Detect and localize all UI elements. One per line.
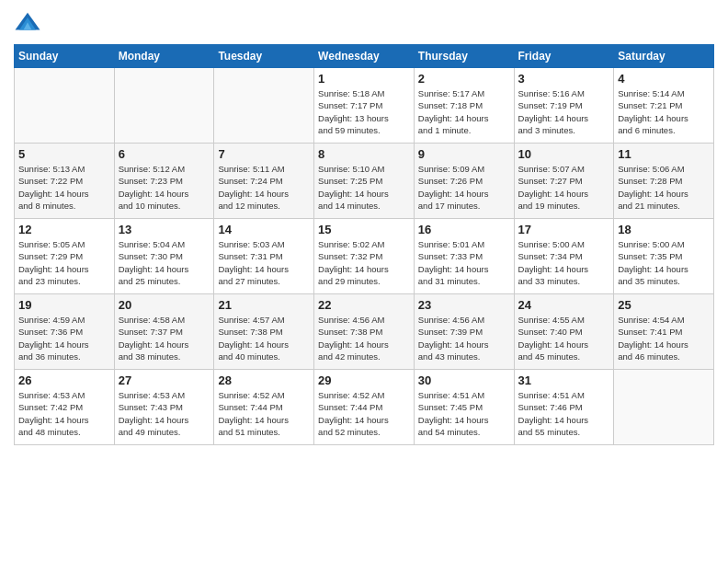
day-number: 23 xyxy=(418,298,510,312)
calendar-cell: 26Sunrise: 4:53 AMSunset: 7:42 PMDayligh… xyxy=(15,370,115,445)
day-number: 1 xyxy=(318,72,410,86)
calendar-cell: 27Sunrise: 4:53 AMSunset: 7:43 PMDayligh… xyxy=(114,370,214,445)
day-number: 5 xyxy=(18,147,110,161)
day-info: Sunrise: 4:52 AMSunset: 7:44 PMDaylight:… xyxy=(218,389,310,438)
day-number: 3 xyxy=(518,72,610,86)
day-number: 24 xyxy=(518,298,610,312)
calendar-cell: 3Sunrise: 5:16 AMSunset: 7:19 PMDaylight… xyxy=(514,68,614,144)
day-number: 27 xyxy=(119,373,210,387)
calendar-week-1: 1Sunrise: 5:18 AMSunset: 7:17 PMDaylight… xyxy=(15,68,714,144)
day-number: 7 xyxy=(218,147,310,161)
calendar-cell: 12Sunrise: 5:05 AMSunset: 7:29 PMDayligh… xyxy=(15,219,115,294)
page: SundayMondayTuesdayWednesdayThursdayFrid… xyxy=(0,0,728,563)
day-info: Sunrise: 4:57 AMSunset: 7:38 PMDaylight:… xyxy=(218,314,310,362)
day-info: Sunrise: 5:03 AMSunset: 7:31 PMDaylight:… xyxy=(218,238,310,287)
day-info: Sunrise: 5:12 AMSunset: 7:23 PMDaylight:… xyxy=(119,163,210,212)
day-number: 12 xyxy=(18,223,110,236)
day-number: 31 xyxy=(518,373,610,387)
day-info: Sunrise: 5:17 AMSunset: 7:18 PMDaylight:… xyxy=(418,87,510,136)
calendar-cell xyxy=(114,68,214,144)
day-number: 18 xyxy=(618,223,710,236)
calendar-header: SundayMondayTuesdayWednesdayThursdayFrid… xyxy=(15,45,714,68)
day-info: Sunrise: 4:56 AMSunset: 7:38 PMDaylight:… xyxy=(318,314,410,362)
day-number: 9 xyxy=(418,147,510,161)
weekday-header-tuesday: Tuesday xyxy=(214,45,314,68)
calendar-cell xyxy=(214,68,314,144)
day-info: Sunrise: 4:59 AMSunset: 7:36 PMDaylight:… xyxy=(18,314,110,362)
logo-icon xyxy=(14,9,41,37)
calendar-cell: 21Sunrise: 4:57 AMSunset: 7:38 PMDayligh… xyxy=(214,294,314,370)
day-number: 22 xyxy=(318,298,410,312)
day-number: 4 xyxy=(618,72,710,86)
weekday-header-monday: Monday xyxy=(114,45,214,68)
day-info: Sunrise: 5:06 AMSunset: 7:28 PMDaylight:… xyxy=(618,163,710,212)
day-number: 2 xyxy=(418,72,510,86)
day-number: 11 xyxy=(618,147,710,161)
calendar-cell: 4Sunrise: 5:14 AMSunset: 7:21 PMDaylight… xyxy=(614,68,714,144)
day-info: Sunrise: 4:56 AMSunset: 7:39 PMDaylight:… xyxy=(418,314,510,362)
day-info: Sunrise: 4:54 AMSunset: 7:41 PMDaylight:… xyxy=(618,314,710,362)
day-number: 8 xyxy=(318,147,410,161)
calendar-cell: 22Sunrise: 4:56 AMSunset: 7:38 PMDayligh… xyxy=(314,294,415,370)
day-info: Sunrise: 4:55 AMSunset: 7:40 PMDaylight:… xyxy=(518,314,610,362)
day-info: Sunrise: 5:10 AMSunset: 7:25 PMDaylight:… xyxy=(318,163,410,212)
calendar-cell: 19Sunrise: 4:59 AMSunset: 7:36 PMDayligh… xyxy=(15,294,115,370)
calendar-cell xyxy=(15,68,115,144)
calendar-table: SundayMondayTuesdayWednesdayThursdayFrid… xyxy=(14,44,714,445)
calendar-week-3: 12Sunrise: 5:05 AMSunset: 7:29 PMDayligh… xyxy=(15,219,714,294)
calendar-cell: 31Sunrise: 4:51 AMSunset: 7:46 PMDayligh… xyxy=(514,370,614,445)
day-number: 6 xyxy=(119,147,210,161)
weekday-header-thursday: Thursday xyxy=(414,45,514,68)
calendar-cell: 11Sunrise: 5:06 AMSunset: 7:28 PMDayligh… xyxy=(614,144,714,219)
day-info: Sunrise: 5:02 AMSunset: 7:32 PMDaylight:… xyxy=(318,238,410,287)
day-number: 17 xyxy=(518,223,610,236)
day-info: Sunrise: 5:18 AMSunset: 7:17 PMDaylight:… xyxy=(318,87,410,136)
weekday-row: SundayMondayTuesdayWednesdayThursdayFrid… xyxy=(15,45,714,68)
day-info: Sunrise: 5:11 AMSunset: 7:24 PMDaylight:… xyxy=(218,163,310,212)
calendar-cell: 17Sunrise: 5:00 AMSunset: 7:34 PMDayligh… xyxy=(514,219,614,294)
calendar-cell: 20Sunrise: 4:58 AMSunset: 7:37 PMDayligh… xyxy=(114,294,214,370)
day-number: 19 xyxy=(18,298,110,312)
calendar-cell: 5Sunrise: 5:13 AMSunset: 7:22 PMDaylight… xyxy=(15,144,115,219)
day-info: Sunrise: 5:09 AMSunset: 7:26 PMDaylight:… xyxy=(418,163,510,212)
weekday-header-saturday: Saturday xyxy=(614,45,714,68)
calendar-cell: 10Sunrise: 5:07 AMSunset: 7:27 PMDayligh… xyxy=(514,144,614,219)
day-info: Sunrise: 5:13 AMSunset: 7:22 PMDaylight:… xyxy=(18,163,110,212)
calendar-cell: 2Sunrise: 5:17 AMSunset: 7:18 PMDaylight… xyxy=(414,68,514,144)
day-number: 21 xyxy=(218,298,310,312)
logo xyxy=(14,9,45,37)
day-number: 16 xyxy=(418,223,510,236)
calendar-body: 1Sunrise: 5:18 AMSunset: 7:17 PMDaylight… xyxy=(15,68,714,445)
weekday-header-wednesday: Wednesday xyxy=(314,45,415,68)
calendar-cell: 1Sunrise: 5:18 AMSunset: 7:17 PMDaylight… xyxy=(314,68,415,144)
header xyxy=(14,9,714,37)
calendar-cell: 9Sunrise: 5:09 AMSunset: 7:26 PMDaylight… xyxy=(414,144,514,219)
day-info: Sunrise: 4:52 AMSunset: 7:44 PMDaylight:… xyxy=(318,389,410,438)
weekday-header-sunday: Sunday xyxy=(15,45,115,68)
day-number: 10 xyxy=(518,147,610,161)
day-number: 20 xyxy=(119,298,210,312)
weekday-header-friday: Friday xyxy=(514,45,614,68)
day-number: 26 xyxy=(18,373,110,387)
day-info: Sunrise: 5:05 AMSunset: 7:29 PMDaylight:… xyxy=(18,238,110,287)
calendar-cell: 13Sunrise: 5:04 AMSunset: 7:30 PMDayligh… xyxy=(114,219,214,294)
calendar-week-2: 5Sunrise: 5:13 AMSunset: 7:22 PMDaylight… xyxy=(15,144,714,219)
calendar-week-5: 26Sunrise: 4:53 AMSunset: 7:42 PMDayligh… xyxy=(15,370,714,445)
day-info: Sunrise: 5:01 AMSunset: 7:33 PMDaylight:… xyxy=(418,238,510,287)
day-number: 29 xyxy=(318,373,410,387)
day-info: Sunrise: 4:58 AMSunset: 7:37 PMDaylight:… xyxy=(119,314,210,362)
calendar-cell: 30Sunrise: 4:51 AMSunset: 7:45 PMDayligh… xyxy=(414,370,514,445)
day-number: 28 xyxy=(218,373,310,387)
day-info: Sunrise: 5:07 AMSunset: 7:27 PMDaylight:… xyxy=(518,163,610,212)
day-info: Sunrise: 5:14 AMSunset: 7:21 PMDaylight:… xyxy=(618,87,710,136)
calendar-cell: 24Sunrise: 4:55 AMSunset: 7:40 PMDayligh… xyxy=(514,294,614,370)
day-info: Sunrise: 4:53 AMSunset: 7:42 PMDaylight:… xyxy=(18,389,110,438)
day-number: 13 xyxy=(119,223,210,236)
calendar-cell: 18Sunrise: 5:00 AMSunset: 7:35 PMDayligh… xyxy=(614,219,714,294)
day-info: Sunrise: 5:16 AMSunset: 7:19 PMDaylight:… xyxy=(518,87,610,136)
day-number: 14 xyxy=(218,223,310,236)
calendar-cell: 16Sunrise: 5:01 AMSunset: 7:33 PMDayligh… xyxy=(414,219,514,294)
day-number: 25 xyxy=(618,298,710,312)
calendar-cell: 15Sunrise: 5:02 AMSunset: 7:32 PMDayligh… xyxy=(314,219,415,294)
day-info: Sunrise: 5:00 AMSunset: 7:34 PMDaylight:… xyxy=(518,238,610,287)
